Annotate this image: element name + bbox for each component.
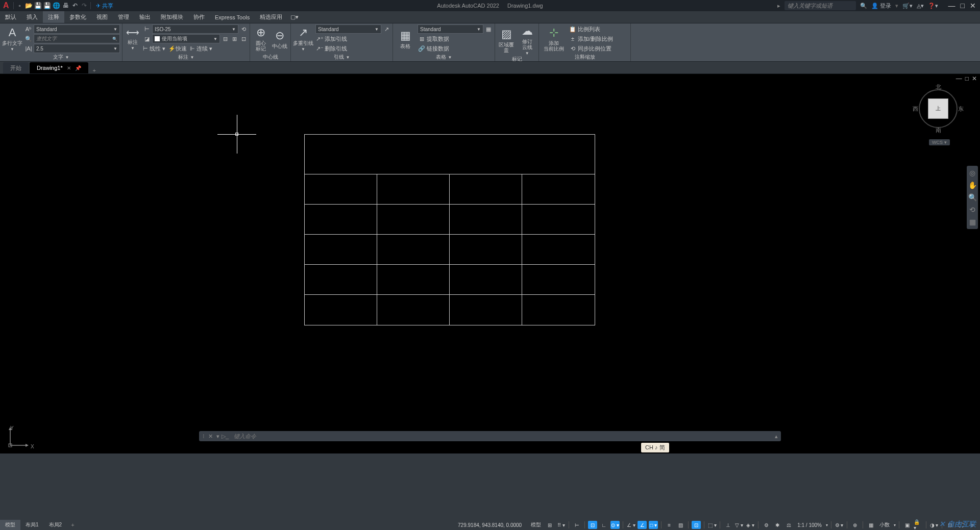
save-icon[interactable]: 💾 [34, 2, 42, 10]
dimlayer-combo[interactable]: 使用当前项▼ [152, 34, 220, 43]
login-button[interactable]: 👤 登录 [871, 2, 891, 10]
table-entity[interactable] [304, 134, 595, 325]
selection-filter-icon[interactable]: ▽ ▾ [734, 521, 744, 529]
dim-ico2[interactable]: ⊞ [230, 35, 238, 43]
text-panel-title[interactable]: 文字▼ [2, 53, 120, 61]
osnap-icon[interactable]: □ ▾ [649, 521, 658, 529]
layout1-tab[interactable]: 布局1 [20, 520, 44, 530]
scale-value[interactable]: 1:1 / 100% [795, 522, 824, 528]
isodraft-icon[interactable]: ∠ ▾ [626, 521, 635, 529]
dim-button[interactable]: ⟷ 标注 ▼ [125, 24, 141, 53]
textstyle-icon[interactable]: Aᵇ [24, 25, 33, 33]
isolate-icon[interactable]: ◑ ▾ [929, 521, 939, 529]
ortho-icon[interactable]: ∟ [599, 521, 608, 529]
model-tab[interactable]: 模型 [0, 520, 20, 530]
table-panel-title[interactable]: 表格▼ [395, 53, 493, 61]
modelspace-label[interactable]: 模型 [529, 521, 543, 528]
tab-pin-icon[interactable]: 📌 [75, 65, 81, 71]
cmd-input[interactable]: 键入命令 [232, 433, 772, 440]
workspace-icon[interactable]: ⚙ ▾ [835, 521, 844, 529]
textstyle-combo[interactable]: Standard▼ [34, 24, 120, 34]
vp-close-icon[interactable]: ✕ [972, 75, 977, 82]
autodesk-icon[interactable]: ◬▾ [917, 3, 924, 9]
tab-featured[interactable]: 精选应用 [255, 11, 287, 23]
tab-annotate[interactable]: 注释 [43, 11, 64, 23]
help-icon[interactable]: ❓▾ [928, 3, 938, 9]
cart-icon[interactable]: 🛒▾ [902, 3, 913, 9]
plot-icon[interactable]: 🖶 [62, 2, 70, 10]
maximize-button[interactable]: □ [961, 2, 965, 10]
leader-panel-title[interactable]: 引线▼ [293, 53, 390, 61]
quick-button[interactable]: ⚡快速 [168, 45, 187, 53]
gizmo-icon[interactable]: ◈ ▾ [746, 521, 755, 529]
wcs-label[interactable]: WCS ▾ [929, 139, 950, 145]
tablestyle-icon[interactable]: ▦ [484, 25, 493, 33]
wipeout-button[interactable]: ▨ 区域覆盖 [497, 24, 516, 56]
close-button[interactable]: ✕ [970, 2, 976, 10]
tab-addins[interactable]: 附加模块 [156, 11, 188, 23]
mleaderstyle-combo[interactable]: Standard▼ [315, 24, 381, 34]
vp-maximize-icon[interactable]: □ [965, 75, 969, 82]
remove-leader-button[interactable]: ↗⁻ 删除引线 [315, 44, 390, 53]
dim-update-icon[interactable]: ⟲ [239, 25, 248, 33]
drawing-canvas[interactable]: — □ ✕ Y X 北 南 西 东 上 WCS ▾ ◎ ✋ 🔍 ⟲ ▦ CH ♪… [0, 74, 980, 453]
layout-add-button[interactable]: + [67, 522, 78, 528]
selection-cycling-icon[interactable]: ⊡ [692, 521, 701, 529]
cmd-recent-icon[interactable]: ▾ [214, 433, 222, 440]
units-label[interactable]: 小数 [877, 521, 892, 528]
tab-drawing1[interactable]: Drawing1* ✕ 📌 [30, 62, 88, 73]
tablestyle-combo[interactable]: Standard▼ [418, 24, 483, 34]
extract-button[interactable]: ⊞ 提取数据 [418, 34, 493, 43]
link-button[interactable]: 🔗 链接数据 [418, 44, 493, 53]
redo-icon[interactable]: ↷ [80, 2, 88, 10]
tab-collaborate[interactable]: 协作 [188, 11, 210, 23]
lockui-icon[interactable]: 🔒 ▾ [914, 521, 923, 529]
dim-ico1[interactable]: ⊟ [221, 35, 229, 43]
height-combo[interactable]: 2.5▼ [34, 44, 120, 53]
addscale-button[interactable]: ⊹ 添加 当前比例 [541, 24, 567, 53]
tab-manage[interactable]: 管理 [113, 11, 134, 23]
find-icon[interactable]: 🔍 [24, 35, 33, 43]
search-icon[interactable]: 🔍 [860, 3, 867, 9]
osnap-track-icon[interactable]: ∠ [638, 521, 647, 529]
dimstyle-combo[interactable]: ISO-25▼ [152, 24, 238, 34]
saveas-icon[interactable]: 💾 [43, 2, 52, 10]
3dosnap-icon[interactable]: ⬚ ▾ [707, 521, 717, 529]
orbit-icon[interactable]: ⟲ [969, 206, 975, 214]
pan-icon[interactable]: ✋ [968, 181, 977, 189]
share-button[interactable]: ✈ 共享 [96, 2, 113, 10]
zoom-icon[interactable]: 🔍 [968, 193, 977, 201]
undo-icon[interactable]: ↶ [71, 2, 79, 10]
tab-parametric[interactable]: 参数化 [64, 11, 91, 23]
help-search-input[interactable]: 键入关键字或短语 [785, 1, 856, 10]
tab-output[interactable]: 输出 [134, 11, 156, 23]
annoscale-icon[interactable]: ⚖ [784, 521, 793, 529]
tab-express[interactable]: Express Tools [210, 11, 255, 23]
command-line[interactable]: ⁝ ✕ ▾ ▷_ 键入命令 ▴ [199, 431, 781, 441]
revcloud-button[interactable]: ☁ 修订 云线 ▼ [518, 24, 537, 56]
minimize-button[interactable]: — [948, 2, 955, 10]
showmotion-icon[interactable]: ▦ [969, 218, 976, 226]
dim-panel-title[interactable]: 标注▼ [125, 53, 248, 61]
tab-insert[interactable]: 插入 [21, 11, 43, 23]
annotation-visibility-icon[interactable]: ⚙ [762, 521, 771, 529]
tab-default[interactable]: 默认 [0, 11, 21, 23]
centerline-button[interactable]: ⊖ 中心线 [272, 24, 289, 53]
dynducs-icon[interactable]: ⊥ [723, 521, 732, 529]
mleader-button[interactable]: ↗ 多重引线 ▼ [293, 24, 313, 53]
cmd-handle-icon[interactable]: ⁝ [199, 433, 208, 440]
cmd-expand-icon[interactable]: ▴ [772, 433, 781, 440]
wheel-icon[interactable]: ◎ [969, 169, 975, 177]
viewcube[interactable]: 北 南 西 东 上 WCS ▾ [913, 83, 964, 134]
dim-ico3[interactable]: ⊡ [239, 35, 248, 43]
sync-scale-button[interactable]: ⟲ 同步比例位置 [569, 44, 628, 53]
dimstyle-icon[interactable]: ⊢ [143, 25, 151, 33]
table-button[interactable]: ▦ 表格 [395, 24, 415, 53]
lineweight-icon[interactable]: ≡ [665, 521, 674, 529]
dynamic-input-icon[interactable]: ⊡ [588, 521, 597, 529]
mtext-button[interactable]: A 多行文字 ▼ [2, 24, 22, 53]
find-combo[interactable]: 查找文字🔍 [34, 34, 120, 43]
vp-minimize-icon[interactable]: — [956, 75, 962, 82]
web-icon[interactable]: 🌐 [53, 2, 61, 10]
scalelist-button[interactable]: 📋 比例列表 [569, 24, 628, 34]
